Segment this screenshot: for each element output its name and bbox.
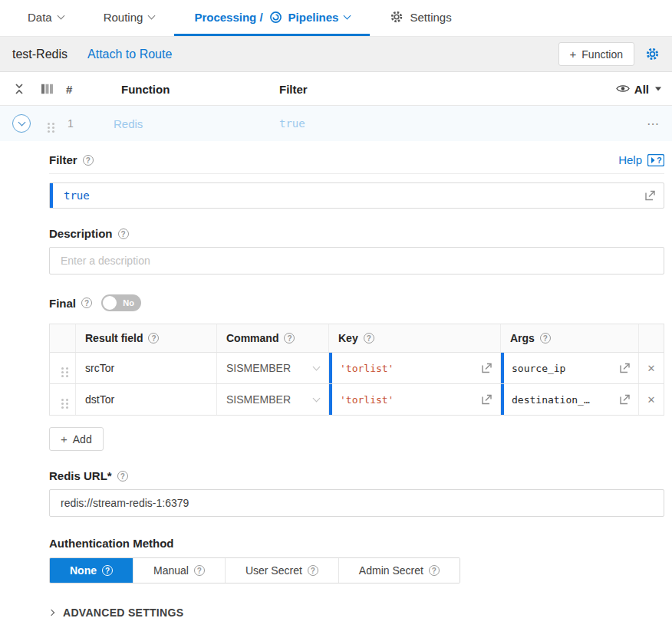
function-list-header: # Function Filter All <box>0 72 672 106</box>
remove-row-cell: ✕ <box>639 353 664 383</box>
docs-icon: ? <box>647 154 664 166</box>
help-circle-icon[interactable] <box>118 228 129 239</box>
chevron-down-icon <box>148 12 156 19</box>
gear-icon <box>390 10 404 24</box>
auth-method-label: Authentication Method <box>49 537 664 550</box>
divider <box>49 173 664 174</box>
chevron-down-icon <box>18 119 25 127</box>
table-row: srcTor SISMEMBER 'torlist' <box>50 353 664 384</box>
columns-icon[interactable] <box>41 84 53 94</box>
collapse-all-icon[interactable] <box>14 83 25 94</box>
key-header-label: Key <box>338 332 358 344</box>
help-circle-icon[interactable] <box>429 565 440 576</box>
result-field-header: Result field <box>76 324 217 352</box>
help-circle-icon[interactable] <box>81 297 92 308</box>
top-nav: Data Routing Processing / Pipelines Sett… <box>0 0 672 37</box>
help-circle-icon[interactable] <box>194 565 205 576</box>
table-row: dstTor SISMEMBER 'torlist' <box>50 384 664 415</box>
result-field-header-label: Result field <box>85 332 143 344</box>
help-circle-icon[interactable] <box>148 333 159 344</box>
nav-data[interactable]: Data <box>8 0 84 36</box>
add-function-button[interactable]: + Function <box>558 42 634 66</box>
svg-text:?: ? <box>657 156 662 165</box>
help-circle-icon[interactable] <box>102 565 113 576</box>
auth-option-user-secret[interactable]: User Secret <box>225 558 338 583</box>
help-circle-icon[interactable] <box>284 333 295 344</box>
expand-editor-icon[interactable] <box>481 394 492 406</box>
nav-routing[interactable]: Routing <box>84 0 175 36</box>
command-header-label: Command <box>226 332 278 344</box>
expand-editor-icon[interactable] <box>619 394 631 406</box>
key-expression-inner: 'torlist' <box>329 353 500 383</box>
code-accent-bar <box>329 353 332 383</box>
expand-editor-icon[interactable] <box>481 363 492 374</box>
more-menu-icon[interactable]: ⋯ <box>647 117 660 131</box>
filter-expression-input[interactable]: true <box>49 182 664 209</box>
column-header-index: # <box>66 82 72 95</box>
expand-editor-icon[interactable] <box>619 363 631 374</box>
filter-label: Filter <box>49 153 77 166</box>
key-expression-cell[interactable]: 'torlist' <box>329 384 501 415</box>
args-expression-cell[interactable]: source_ip <box>501 353 639 383</box>
nav-processing-pipelines[interactable]: Processing / Pipelines <box>174 0 370 36</box>
nav-settings-label: Settings <box>410 11 451 24</box>
auth-option-label: User Secret <box>245 564 302 577</box>
remove-row-icon[interactable]: ✕ <box>647 394 656 406</box>
args-expression-value: destination_… <box>512 394 590 406</box>
row-drag-handle[interactable] <box>50 384 76 415</box>
help-link[interactable]: Help ? <box>618 153 664 166</box>
final-toggle[interactable]: No <box>101 294 141 311</box>
nav-processing-label: Processing / <box>194 11 262 24</box>
drag-handle[interactable] <box>48 118 54 129</box>
command-header: Command <box>217 324 329 352</box>
nav-routing-label: Routing <box>104 11 143 24</box>
remove-row-cell: ✕ <box>639 384 664 415</box>
nav-pipelines-label: Pipelines <box>288 11 339 24</box>
advanced-settings-toggle[interactable]: ADVANCED SETTINGS <box>49 606 664 618</box>
args-expression-cell[interactable]: destination_… <box>501 384 639 415</box>
auth-method-segmented-control: None Manual User Secret Admin Secret <box>49 557 460 583</box>
expand-editor-icon[interactable] <box>644 190 656 202</box>
help-label: Help <box>618 153 642 166</box>
auth-option-none[interactable]: None <box>50 558 133 583</box>
auth-option-admin-secret[interactable]: Admin Secret <box>338 558 460 583</box>
eye-icon <box>616 84 630 94</box>
redis-url-input[interactable] <box>49 489 664 517</box>
help-circle-icon[interactable] <box>540 333 551 344</box>
description-label: Description <box>49 227 113 240</box>
nav-data-label: Data <box>28 11 52 24</box>
chevron-down-icon <box>313 363 321 370</box>
help-circle-icon[interactable] <box>308 565 318 576</box>
remove-row-icon[interactable]: ✕ <box>647 363 656 374</box>
key-expression-cell[interactable]: 'torlist' <box>329 353 501 383</box>
key-expression-value: 'torlist' <box>340 363 394 374</box>
args-expression-value: source_ip <box>512 363 565 374</box>
auth-option-manual[interactable]: Manual <box>133 558 225 583</box>
code-accent-bar <box>501 384 504 415</box>
description-label-row: Description <box>49 227 664 240</box>
nav-settings[interactable]: Settings <box>370 0 471 36</box>
command-select[interactable]: SISMEMBER <box>217 353 329 383</box>
add-function-label: Function <box>581 48 623 61</box>
final-label: Final <box>49 297 76 310</box>
command-select[interactable]: SISMEMBER <box>217 384 329 415</box>
help-circle-icon[interactable] <box>117 471 128 482</box>
result-field-cell[interactable]: srcTor <box>76 353 217 383</box>
result-field-cell[interactable]: dstTor <box>76 384 217 415</box>
app: Data Routing Processing / Pipelines Sett… <box>0 0 672 618</box>
description-input[interactable] <box>49 247 664 274</box>
help-circle-icon[interactable] <box>83 155 94 166</box>
collapse-row-button[interactable] <box>12 114 31 133</box>
add-command-button[interactable]: + Add <box>49 427 104 451</box>
row-drag-handle[interactable] <box>50 353 76 383</box>
result-field-value: srcTor <box>85 362 114 374</box>
chevron-right-icon <box>48 610 54 616</box>
function-name[interactable]: Redis <box>114 117 143 130</box>
filter-expression-value: true <box>64 189 90 202</box>
drag-dots-icon <box>48 123 50 125</box>
pipeline-settings-gear-icon[interactable] <box>645 47 660 61</box>
help-circle-icon[interactable] <box>364 333 374 344</box>
visibility-filter-dropdown[interactable]: All <box>616 82 661 95</box>
attach-to-route-link[interactable]: Attach to Route <box>87 48 172 61</box>
column-header-filter: Filter <box>279 82 308 95</box>
